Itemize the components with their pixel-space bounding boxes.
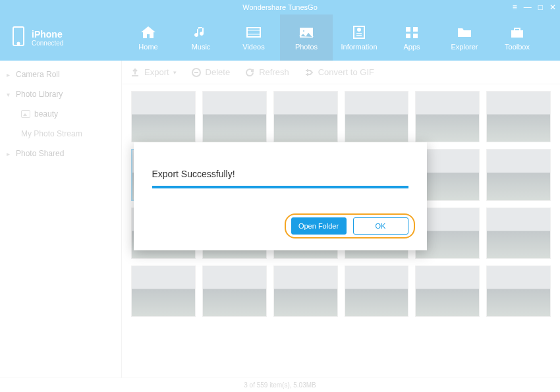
modal-overlay: Export Successfully! Open Folder OK (0, 0, 560, 392)
open-folder-button[interactable]: Open Folder (291, 217, 347, 235)
export-success-dialog: Export Successfully! Open Folder OK (134, 142, 427, 250)
dialog-message: Export Successfully! (152, 169, 408, 179)
progress-bar (152, 186, 408, 188)
ok-button[interactable]: OK (353, 217, 408, 235)
